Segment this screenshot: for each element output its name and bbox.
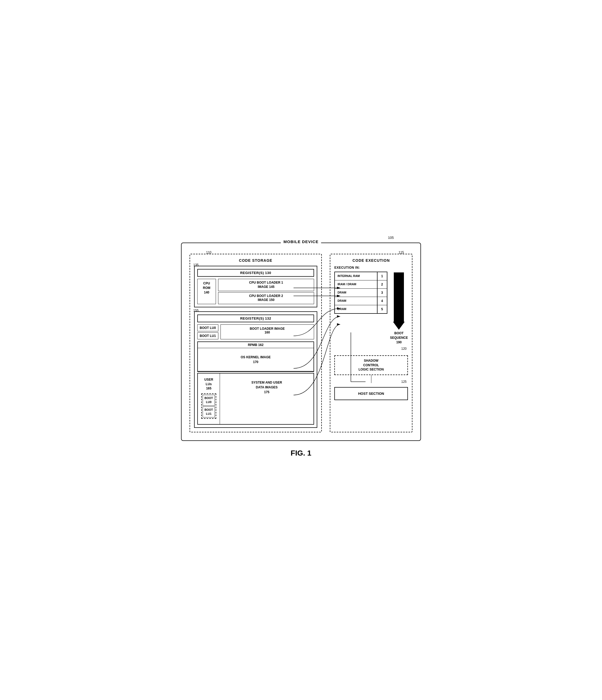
exec-num-2: 2 xyxy=(377,280,387,289)
main-content: 110 CODE STORAGE 135 REGISTER(S) 130 CPU… xyxy=(190,254,412,432)
cpu-rom-inner: CPU ROM 140 CPU BOOT LOADER 1 IMAGE 145 … xyxy=(197,279,314,304)
code-execution-title: CODE EXECUTION xyxy=(334,258,408,262)
boot-lu-dashed-group: BOOT LU0 BOOT LU1 xyxy=(201,394,216,419)
exec-row-3: DRAM 3 xyxy=(335,289,387,297)
code-storage-title: CODE STORAGE xyxy=(194,258,317,262)
exec-dram-5: DRAM xyxy=(335,305,377,313)
ref-120: 120 xyxy=(401,347,407,351)
execution-in-title: EXECUTION IN: xyxy=(334,266,387,270)
exec-num-5: 5 xyxy=(377,305,387,313)
mobile-device-label: MOBILE DEVICE xyxy=(281,240,321,244)
page-wrapper: MOBILE DEVICE 105 110 CODE STORAGE 135 R… xyxy=(181,243,421,457)
storage-box: 155 REGISTER(S) 132 BOOT LU0 BOOT LU1 BO… xyxy=(194,311,317,428)
exec-row-5: DRAM 5 xyxy=(335,305,387,313)
os-kernel-image: OS KERNEL IMAGE 170 xyxy=(198,348,313,371)
shadow-control-area: 120 SHADOW CONTROL LOGIC SECTION xyxy=(334,350,408,375)
lower-right: 120 SHADOW CONTROL LOGIC SECTION 125 HOS… xyxy=(334,345,408,428)
ref-105: 105 xyxy=(388,236,394,240)
cpu-rom-box: 135 REGISTER(S) 130 CPU ROM 140 CPU BOOT… xyxy=(194,266,317,307)
left-section: 110 CODE STORAGE 135 REGISTER(S) 130 CPU… xyxy=(190,254,322,432)
arrow-head xyxy=(393,322,405,330)
boot-lu1-dashed: BOOT LU1 xyxy=(203,406,215,418)
exec-row-4: DRAM 4 xyxy=(335,297,387,305)
host-section-area: 125 HOST SECTION xyxy=(334,383,408,400)
user-lus-inner: USER LUs 165 BOOT LU0 BOOT LU1 xyxy=(198,373,313,424)
arrow-shaft xyxy=(394,272,404,322)
outer-box: MOBILE DEVICE 105 110 CODE STORAGE 135 R… xyxy=(181,243,421,441)
execution-arrow-container: EXECUTION IN: INTERNAL RAM 1 IRAM / DRAM… xyxy=(334,266,408,344)
exec-num-1: 1 xyxy=(377,272,387,280)
boot-lu-row: BOOT LU0 BOOT LU1 BOOT LOADER IMAGE 160 xyxy=(197,324,314,339)
rpmb-header: RPMB 162 xyxy=(198,342,313,348)
user-lus-section: USER LUs 165 BOOT LU0 BOOT LU1 xyxy=(197,373,314,425)
register-132-header: REGISTER(S) 132 xyxy=(197,315,314,322)
exec-row-1: INTERNAL RAM 1 xyxy=(335,272,387,280)
boot-lu0-label: BOOT LU0 xyxy=(197,324,218,331)
system-user-data: SYSTEM AND USER DATA IMAGES 175 xyxy=(220,373,313,424)
register-130-header: REGISTER(S) 130 xyxy=(197,269,314,277)
boot-loaders: CPU BOOT LOADER 1 IMAGE 145 CPU BOOT LOA… xyxy=(218,279,314,304)
boot-loader-image-box: BOOT LOADER IMAGE 160 xyxy=(221,324,314,339)
user-lus-label: USER LUs 165 BOOT LU0 BOOT LU1 xyxy=(198,373,220,424)
ref-135: 135 xyxy=(193,263,199,267)
ref-155: 155 xyxy=(193,309,199,312)
exec-row-2: IRAM / DRAM 2 xyxy=(335,280,387,289)
rpmb-section: RPMB 162 OS KERNEL IMAGE 170 xyxy=(197,342,314,372)
boot-lu0-dashed: BOOT LU0 xyxy=(203,395,215,406)
ref-110: 110 xyxy=(206,251,211,254)
exec-dram-3: DRAM xyxy=(335,289,377,297)
boot-lu1-label: BOOT LU1 xyxy=(197,332,218,339)
exec-num-3: 3 xyxy=(377,289,387,297)
ref-125: 125 xyxy=(401,380,407,383)
right-section: 115 CODE EXECUTION EXECUTION IN: INTERNA… xyxy=(330,254,412,432)
exec-dram-4: DRAM xyxy=(335,297,377,305)
execution-table: INTERNAL RAM 1 IRAM / DRAM 2 DRAM 3 xyxy=(334,272,387,314)
boot-sequence-label: BOOT SEQUENCE 190 xyxy=(390,331,408,344)
fig-label: FIG. 1 xyxy=(181,449,421,457)
exec-internal-ram: INTERNAL RAM xyxy=(335,272,377,280)
boot-sequence-arrow: BOOT SEQUENCE 190 xyxy=(390,272,408,344)
boot-loader-2: CPU BOOT LOADER 2 IMAGE 150 xyxy=(218,292,314,304)
execution-area: EXECUTION IN: INTERNAL RAM 1 IRAM / DRAM… xyxy=(334,266,387,317)
host-section-box: HOST SECTION xyxy=(334,387,408,400)
boot-loader-1: CPU BOOT LOADER 1 IMAGE 145 xyxy=(218,279,314,291)
exec-num-4: 4 xyxy=(377,297,387,305)
cpu-rom-label: CPU ROM 140 xyxy=(197,279,216,304)
exec-iram-dram: IRAM / DRAM xyxy=(335,280,377,289)
ref-115: 115 xyxy=(399,251,404,254)
shadow-control-box: SHADOW CONTROL LOGIC SECTION xyxy=(334,355,408,375)
